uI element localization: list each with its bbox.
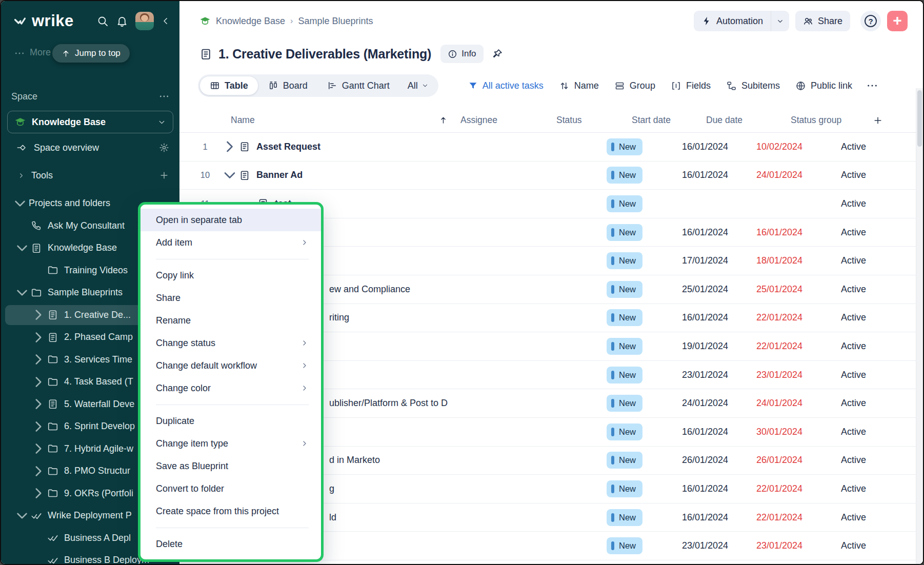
status-cell[interactable]: New (607, 167, 682, 184)
sort-ascending-icon[interactable] (438, 115, 448, 125)
menu-item-change-item-type[interactable]: Change item type (140, 432, 321, 455)
due-date-cell[interactable]: 24/01/2024 (756, 398, 841, 409)
chevron-down-icon[interactable] (13, 507, 31, 524)
task-name-fragment[interactable]: ew and Compliance (329, 284, 410, 295)
column-header-due-date[interactable]: Due date (706, 115, 791, 126)
status-badge[interactable]: New (607, 195, 642, 212)
table-row[interactable]: 1Asset RequestNew16/01/202410/02/2024Act… (179, 133, 923, 162)
status-group-cell[interactable]: Active (841, 142, 923, 152)
share-button[interactable]: Share (795, 11, 850, 31)
space-selector[interactable]: Knowledge Base (7, 111, 173, 133)
expand-down-icon[interactable] (220, 166, 239, 185)
search-icon[interactable] (96, 15, 109, 27)
status-group-cell[interactable]: Active (841, 312, 923, 323)
breadcrumb-item-space[interactable]: Knowledge Base (216, 16, 285, 27)
start-date-cell[interactable]: 19/01/2024 (682, 341, 756, 352)
status-badge[interactable]: New (607, 252, 642, 269)
start-date-cell[interactable]: 17/01/2024 (682, 255, 756, 266)
status-cell[interactable]: New (607, 338, 682, 355)
vertical-scrollbar[interactable] (916, 88, 923, 564)
due-date-cell[interactable]: 30/01/2024 (756, 427, 841, 437)
status-badge[interactable]: New (607, 309, 642, 326)
chevron-down-icon[interactable] (13, 239, 31, 257)
menu-item-rename[interactable]: Rename (140, 309, 321, 332)
notifications-bell-icon[interactable] (116, 15, 128, 27)
expand-right-icon[interactable] (220, 137, 239, 156)
status-badge[interactable]: New (607, 281, 642, 298)
subitems-button[interactable]: Subitems (726, 80, 780, 91)
menu-item-duplicate[interactable]: Duplicate (140, 410, 321, 432)
due-date-cell[interactable]: 23/01/2024 (756, 540, 841, 551)
start-date-cell[interactable]: 23/01/2024 (682, 370, 756, 380)
start-date-cell[interactable]: 24/01/2024 (682, 398, 756, 409)
chevron-right-icon[interactable] (30, 485, 47, 502)
status-badge[interactable]: New (607, 452, 642, 469)
gear-icon[interactable] (159, 143, 169, 153)
menu-item-copy-link[interactable]: Copy link (140, 264, 321, 287)
menu-item-open-in-separate-tab[interactable]: Open in separate tab (140, 209, 321, 231)
chevron-down-icon[interactable] (13, 284, 31, 301)
start-date-cell[interactable]: 16/01/2024 (682, 142, 756, 152)
public-link-button[interactable]: Public link (795, 80, 852, 91)
due-date-cell[interactable]: 18/01/2024 (756, 255, 841, 266)
tab-gantt[interactable]: Gantt Chart (317, 76, 399, 95)
task-name-fragment[interactable]: ublisher/Platform & Post to D (329, 398, 448, 409)
create-new-button[interactable]: + (887, 11, 908, 31)
due-date-cell[interactable]: 22/01/2024 (756, 512, 841, 523)
status-cell[interactable]: New (607, 224, 682, 241)
start-date-cell[interactable]: 16/01/2024 (682, 170, 756, 180)
status-group-cell[interactable]: Active (841, 255, 923, 266)
due-date-cell[interactable]: 23/01/2024 (756, 370, 841, 380)
due-date-cell[interactable]: 22/01/2024 (756, 341, 841, 352)
column-header-assignee[interactable]: Assignee (460, 115, 556, 126)
status-badge[interactable]: New (607, 167, 642, 184)
status-badge[interactable]: New (607, 423, 642, 440)
status-cell[interactable]: New (607, 423, 682, 440)
chevron-right-icon[interactable] (30, 395, 47, 413)
status-badge[interactable]: New (607, 138, 642, 155)
due-date-cell[interactable]: 26/01/2024 (756, 455, 841, 466)
status-cell[interactable]: New (607, 309, 682, 326)
status-badge[interactable]: New (607, 509, 642, 526)
status-group-cell[interactable]: Active (841, 512, 923, 523)
status-cell[interactable]: New (607, 252, 682, 269)
due-date-cell[interactable]: 16/01/2024 (756, 227, 841, 238)
menu-item-change-status[interactable]: Change status (140, 332, 321, 354)
sidebar-item-space-overview[interactable]: Space overview (1, 136, 179, 159)
chevron-down-icon[interactable] (11, 195, 29, 212)
chevron-right-icon[interactable] (30, 351, 47, 368)
sidebar-item-tools[interactable]: Tools (1, 164, 179, 187)
menu-item-change-default-workflow[interactable]: Change default workflow (140, 354, 321, 377)
automation-dropdown-button[interactable] (771, 11, 789, 31)
task-name[interactable]: Asset Request (256, 142, 320, 152)
start-date-cell[interactable]: 16/01/2024 (682, 483, 756, 494)
chevron-right-icon[interactable] (30, 329, 47, 346)
status-badge[interactable]: New (607, 480, 642, 497)
table-row[interactable]: 10Banner AdNew16/01/202424/01/2024Active (179, 162, 923, 190)
more-options-icon[interactable] (867, 80, 878, 91)
status-group-cell[interactable]: Active (841, 341, 923, 352)
due-date-cell[interactable]: 10/02/2024 (756, 142, 841, 152)
due-date-cell[interactable]: 25/01/2024 (756, 284, 841, 295)
status-badge[interactable]: New (607, 395, 642, 412)
start-date-cell[interactable]: 26/01/2024 (682, 455, 756, 466)
wrike-logo[interactable]: wrike (12, 12, 74, 30)
menu-item-add-item[interactable]: Add item (140, 231, 321, 254)
more-label[interactable]: More (30, 47, 51, 58)
jump-to-top-button[interactable]: Jump to top (52, 44, 130, 63)
task-name-fragment[interactable]: g (329, 483, 334, 494)
status-badge[interactable]: New (607, 338, 642, 355)
status-group-cell[interactable]: Active (841, 483, 923, 494)
menu-item-create-space-from-this-project[interactable]: Create space from this project (140, 500, 321, 522)
status-cell[interactable]: New (607, 195, 682, 212)
status-group-cell[interactable]: Active (841, 427, 923, 437)
breadcrumb-item-folder[interactable]: Sample Blueprints (298, 16, 373, 27)
status-group-cell[interactable]: Active (841, 455, 923, 466)
task-name-fragment[interactable]: ld (329, 512, 336, 523)
start-date-cell[interactable]: 16/01/2024 (682, 427, 756, 437)
status-group-cell[interactable]: Active (841, 284, 923, 295)
sort-button[interactable]: Name (559, 80, 599, 91)
start-date-cell[interactable]: 16/01/2024 (682, 312, 756, 323)
menu-item-delete[interactable]: Delete (140, 533, 321, 555)
start-date-cell[interactable]: 23/01/2024 (682, 540, 756, 551)
